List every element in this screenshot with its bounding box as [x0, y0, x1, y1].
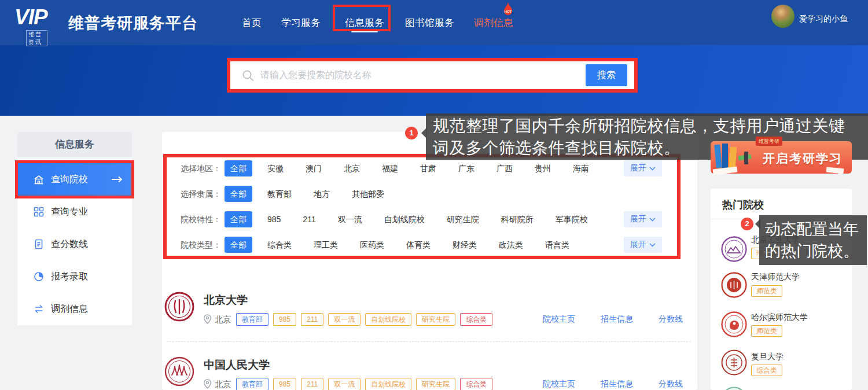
annotation-tooltip-2: 动态配置当年的热门院校。	[759, 215, 867, 265]
filter-option[interactable]: 澳门	[306, 160, 322, 176]
university-city: 北京	[215, 380, 231, 390]
sidebar-item-label: 查询专业	[51, 206, 88, 218]
tag: 双一流	[328, 378, 361, 390]
nav-adjustment-info[interactable]: 调剂信息	[474, 16, 513, 30]
filter-region-expand[interactable]: 展开	[624, 160, 662, 176]
user-avatar[interactable]	[771, 5, 795, 28]
sidebar-item-adjustment-info[interactable]: 调剂信息	[17, 293, 132, 325]
pie-chart-icon	[34, 271, 44, 282]
filter-option[interactable]: 教育部	[267, 186, 292, 202]
site-logo[interactable]: VIP 维普资讯	[14, 6, 47, 29]
filter-label-region: 选择地区：	[181, 160, 221, 176]
filter-option[interactable]: 自划线院校	[384, 211, 425, 227]
open-book-shape	[826, 167, 844, 174]
filter-option[interactable]: 医药类	[360, 237, 384, 253]
filter-option[interactable]: 地方	[314, 186, 330, 202]
nav-home[interactable]: 首页	[242, 16, 262, 30]
search-icon	[242, 69, 255, 82]
filter-type-all[interactable]: 全部	[225, 237, 252, 253]
filter-feature-expand[interactable]: 展开	[624, 211, 662, 227]
filter-option[interactable]: 福建	[382, 160, 398, 176]
filter-label-feature: 院校特性：	[181, 211, 221, 227]
grid-icon	[34, 207, 44, 217]
filter-option[interactable]: 安徽	[267, 160, 284, 176]
filter-feature-all[interactable]: 全部	[225, 211, 252, 227]
location-pin-icon	[204, 314, 211, 324]
hot-university-name[interactable]: 天津师范大学	[751, 272, 800, 282]
sidebar-item-query-major[interactable]: 查询专业	[17, 196, 132, 228]
hot-university-tag: 师范类	[751, 325, 782, 337]
hot-universities-title: 热门院校	[722, 198, 764, 212]
filter-option[interactable]: 研究生院	[447, 211, 479, 227]
nav-study-services[interactable]: 学习服务	[281, 16, 321, 30]
filter-region-all[interactable]: 全部	[225, 160, 252, 176]
nav-info-services[interactable]: 信息服务	[345, 16, 384, 30]
university-tags: 教育部 985 211 双一流 自划线院校 研究生院 综合类	[236, 378, 492, 390]
filter-option[interactable]: 广西	[496, 160, 513, 176]
page: VIP 维普资讯 维普考研服务平台 首页 学习服务 信息服务 图书馆服务 调剂信…	[0, 0, 868, 390]
expand-label: 展开	[630, 163, 646, 174]
hot-university-name[interactable]: 复旦大学	[751, 352, 784, 362]
tag: 研究生院	[416, 378, 455, 390]
search-input[interactable]	[260, 61, 573, 89]
promo-banner-start-learning[interactable]: 开启考研学习	[711, 141, 852, 174]
filter-type-expand[interactable]: 展开	[624, 237, 662, 253]
filter-type-options: 综合类 理工类 医药类 体育类 财经类 政法类 语言类	[267, 237, 569, 253]
link-score-line[interactable]: 分数线	[659, 379, 683, 389]
sidebar-item-application-admission[interactable]: 报考录取	[17, 260, 132, 293]
document-icon	[34, 239, 44, 249]
filter-option[interactable]: 甘肃	[420, 160, 436, 176]
nav-library-services[interactable]: 图书馆服务	[405, 16, 454, 30]
username[interactable]: 爱学习的小鱼	[799, 14, 848, 24]
university-name[interactable]: 北京大学	[204, 293, 248, 308]
filter-option[interactable]: 广东	[458, 160, 475, 176]
sidebar-item-label: 查分数线	[51, 238, 88, 251]
link-admission-info[interactable]: 招生信息	[601, 379, 633, 389]
filter-label-type: 院校类型：	[181, 237, 221, 253]
filter-option[interactable]: 贵州	[535, 160, 551, 176]
filter-option[interactable]: 综合类	[267, 237, 292, 253]
filter-option[interactable]: 语言类	[545, 237, 569, 253]
tag: 985	[273, 313, 296, 326]
tag: 教育部	[236, 313, 269, 326]
link-admission-info[interactable]: 招生信息	[601, 314, 633, 325]
link-score-line[interactable]: 分数线	[659, 314, 683, 325]
filter-option[interactable]: 985	[267, 211, 281, 227]
nav-active-underline	[351, 31, 378, 32]
filter-option[interactable]: 北京	[344, 160, 360, 176]
filter-option[interactable]: 海南	[573, 160, 589, 176]
university-links: 院校主页 招生信息 分数线	[543, 314, 683, 325]
university-name[interactable]: 中国人民大学	[204, 358, 270, 373]
link-university-homepage[interactable]: 院校主页	[543, 314, 575, 325]
filter-option[interactable]: 科研院所	[501, 211, 534, 227]
hot-university-name[interactable]: 哈尔滨师范大学	[751, 312, 808, 323]
book-shape	[722, 144, 728, 169]
filter-option[interactable]: 政法类	[499, 237, 523, 253]
hot-university-logo	[721, 236, 747, 262]
tag: 教育部	[236, 378, 269, 390]
arrow-right-icon	[111, 176, 123, 183]
filter-affiliation-options: 教育部 地方 其他部委	[267, 186, 384, 202]
filter-option[interactable]: 双一流	[338, 211, 362, 227]
filter-option[interactable]: 军事院校	[556, 211, 588, 227]
filter-option[interactable]: 其他部委	[352, 186, 384, 202]
sidebar-item-query-university[interactable]: 查询院校	[17, 163, 132, 196]
search-button[interactable]: 搜索	[586, 64, 627, 86]
link-university-homepage[interactable]: 院校主页	[543, 379, 575, 389]
tag: 综合类	[460, 378, 492, 390]
filter-label-affiliation: 选择隶属：	[181, 186, 221, 202]
sidebar-item-query-score-line[interactable]: 查分数线	[17, 228, 132, 260]
university-city: 北京	[215, 315, 231, 325]
chevron-down-icon	[649, 167, 656, 171]
sidebar-title: 信息服务	[17, 132, 132, 157]
filter-affiliation-all[interactable]: 全部	[225, 186, 252, 202]
filter-feature-options: 985 211 双一流 自划线院校 研究生院 科研院所 军事院校	[267, 211, 588, 227]
filter-option[interactable]: 理工类	[314, 237, 338, 253]
hot-badge-text: HOT	[505, 10, 512, 13]
tag: 自划线院校	[365, 313, 411, 326]
hot-university-tag: 师范类	[751, 285, 782, 297]
tag: 研究生院	[416, 313, 455, 326]
filter-option[interactable]: 体育类	[406, 237, 431, 253]
filter-option[interactable]: 财经类	[453, 237, 477, 253]
filter-option[interactable]: 211	[303, 211, 315, 227]
